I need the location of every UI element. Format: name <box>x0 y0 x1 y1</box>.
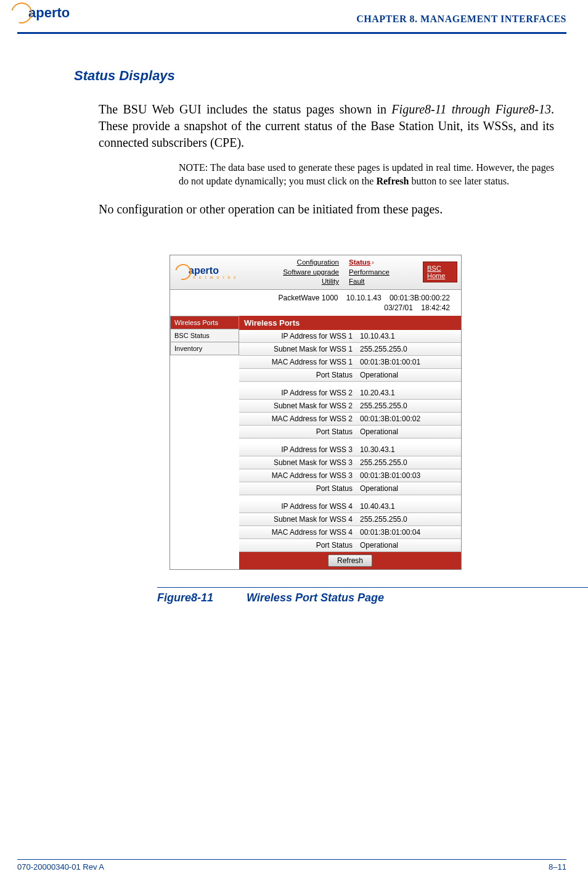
port-row-label: Subnet Mask for WSS 1 <box>239 343 356 355</box>
gui-sidebar: Wireless Ports BSC Status Inventory <box>170 316 239 355</box>
port-row-value: 00:01:3B:01:00:02 <box>356 413 461 425</box>
port-block-spacer <box>239 439 461 443</box>
topnav-status[interactable]: Status› <box>349 258 418 268</box>
topnav-col-1: Configuration Software upgrade Utility <box>260 255 344 289</box>
footer-left: 070-20000340-01 Rev A <box>17 862 104 871</box>
section-heading: Status Displays <box>74 68 554 84</box>
refresh-bar: Refresh <box>239 552 461 569</box>
gui-logo: aperto n e t w o r k s <box>170 255 260 289</box>
port-row: Port StatusOperational <box>239 539 461 552</box>
gui-main: Wireless Ports IP Address for WSS 110.10… <box>239 316 461 569</box>
device-ip: 10.10.1.43 <box>346 294 382 302</box>
port-row: MAC Address for WSS 400:01:3B:01:00:04 <box>239 526 461 539</box>
logo-swirl-icon <box>7 0 36 27</box>
port-row-label: IP Address for WSS 4 <box>239 500 356 513</box>
chapter-title: CHAPTER 8. MANAGEMENT INTERFACES <box>356 14 566 25</box>
port-row-label: MAC Address for WSS 1 <box>239 356 356 368</box>
port-row: Port StatusOperational <box>239 369 461 382</box>
port-row-value: 00:01:3B:01:00:04 <box>356 526 461 538</box>
intro-text-a: The BSU Web GUI includes the status page… <box>99 102 391 116</box>
topnav-status-label: Status <box>349 258 370 266</box>
port-row-label: Subnet Mask for WSS 2 <box>239 400 356 412</box>
logo-text: aperto <box>28 5 70 21</box>
port-row-label: Subnet Mask for WSS 3 <box>239 456 356 469</box>
brand-logo: aperto <box>11 2 70 23</box>
bsc-home-button[interactable]: BSC Home <box>423 262 457 282</box>
page-header: aperto CHAPTER 8. MANAGEMENT INTERFACES <box>17 6 566 34</box>
port-row-value: 255.255.255.0 <box>356 513 461 525</box>
port-row: Subnet Mask for WSS 4255.255.255.0 <box>239 513 461 526</box>
port-row-value: 255.255.255.0 <box>356 456 461 469</box>
port-row-label: Port Status <box>239 426 356 438</box>
gui-infobar-line2: 03/27/01 18:42:42 <box>170 303 461 316</box>
port-row-value: Operational <box>356 539 461 551</box>
port-row-label: MAC Address for WSS 2 <box>239 413 356 425</box>
note-label: NOTE: <box>179 162 208 173</box>
port-row-label: Port Status <box>239 482 356 495</box>
port-row-value: 255.255.255.0 <box>356 343 461 355</box>
port-row: Port StatusOperational <box>239 426 461 439</box>
figure-title: Wireless Port Status Page <box>247 591 384 604</box>
device-mac: 00:01:3B:00:00:22 <box>390 294 450 302</box>
port-row-label: IP Address for WSS 3 <box>239 443 356 456</box>
device-date: 03/27/01 <box>384 303 413 312</box>
port-row: MAC Address for WSS 300:01:3B:01:00:03 <box>239 469 461 482</box>
port-row-value: Operational <box>356 482 461 495</box>
topnav-configuration[interactable]: Configuration <box>265 258 339 268</box>
port-row: Subnet Mask for WSS 3255.255.255.0 <box>239 456 461 469</box>
port-row: IP Address for WSS 310.30.43.1 <box>239 443 461 456</box>
device-name: PacketWave 1000 <box>279 294 338 302</box>
port-row-label: MAC Address for WSS 3 <box>239 469 356 482</box>
sidebar-item-bsc-status[interactable]: BSC Status <box>170 329 239 342</box>
topnav-software-upgrade[interactable]: Software upgrade <box>265 268 339 278</box>
gui-body: Wireless Ports BSC Status Inventory Wire… <box>170 316 461 569</box>
refresh-button[interactable]: Refresh <box>328 554 372 567</box>
panel-header: Wireless Ports <box>239 316 461 330</box>
port-row-value: Operational <box>356 426 461 438</box>
topnav-col-2: Status› Performance Fault <box>344 255 423 289</box>
page-content: Status Displays The BSU Web GUI includes… <box>74 68 554 604</box>
port-block-spacer <box>239 382 461 387</box>
figure-rule <box>157 587 588 588</box>
port-row-label: IP Address for WSS 2 <box>239 387 356 399</box>
port-row: IP Address for WSS 410.40.43.1 <box>239 500 461 513</box>
topnav-performance[interactable]: Performance <box>349 268 418 278</box>
gui-top-bar: aperto n e t w o r k s Configuration Sof… <box>170 255 461 290</box>
port-row-value: 10.10.43.1 <box>356 330 461 342</box>
port-row: Port StatusOperational <box>239 482 461 495</box>
port-row-value: 10.40.43.1 <box>356 500 461 513</box>
port-row-label: Port Status <box>239 539 356 551</box>
note-block: NOTE: The data base used to generate the… <box>179 161 554 187</box>
port-row-label: IP Address for WSS 1 <box>239 330 356 342</box>
gui-screenshot: aperto n e t w o r k s Configuration Sof… <box>169 255 462 570</box>
device-time: 18:42:42 <box>421 303 450 312</box>
active-caret-icon: › <box>372 259 374 266</box>
port-row: IP Address for WSS 210.20.43.1 <box>239 387 461 400</box>
topnav-utility[interactable]: Utility <box>265 277 339 287</box>
figure-number: Figure8-11 <box>157 591 243 604</box>
sidebar-item-wireless-ports[interactable]: Wireless Ports <box>170 316 239 329</box>
intro-paragraph: The BSU Web GUI includes the status page… <box>99 101 554 151</box>
port-row-value: 10.30.43.1 <box>356 443 461 456</box>
port-row-value: 00:01:3B:01:00:01 <box>356 356 461 368</box>
note-text-b: button to see later status. <box>409 176 509 186</box>
ports-container: IP Address for WSS 110.10.43.1Subnet Mas… <box>239 330 461 552</box>
port-row: MAC Address for WSS 200:01:3B:01:00:02 <box>239 413 461 426</box>
port-row-label: Port Status <box>239 369 356 381</box>
port-row: Subnet Mask for WSS 1255.255.255.0 <box>239 343 461 356</box>
port-row-label: MAC Address for WSS 4 <box>239 526 356 538</box>
port-row-value: 10.20.43.1 <box>356 387 461 399</box>
gui-logo-subtext: n e t w o r k s <box>193 275 237 279</box>
port-row-value: 00:01:3B:01:00:03 <box>356 469 461 482</box>
port-row: IP Address for WSS 110.10.43.1 <box>239 330 461 343</box>
port-row-value: Operational <box>356 369 461 381</box>
sidebar-item-inventory[interactable]: Inventory <box>170 342 239 355</box>
gui-infobar-line1: PacketWave 1000 10.10.1.43 00:01:3B:00:0… <box>170 290 461 303</box>
port-row: Subnet Mask for WSS 2255.255.255.0 <box>239 400 461 413</box>
home-cell: BSC Home <box>423 255 461 289</box>
port-block-spacer <box>239 495 461 500</box>
port-row: MAC Address for WSS 100:01:3B:01:00:01 <box>239 356 461 369</box>
closing-paragraph: No configuration or other operation can … <box>99 201 554 218</box>
topnav-fault[interactable]: Fault <box>349 277 418 287</box>
page-footer: 070-20000340-01 Rev A 8–11 <box>17 859 566 871</box>
